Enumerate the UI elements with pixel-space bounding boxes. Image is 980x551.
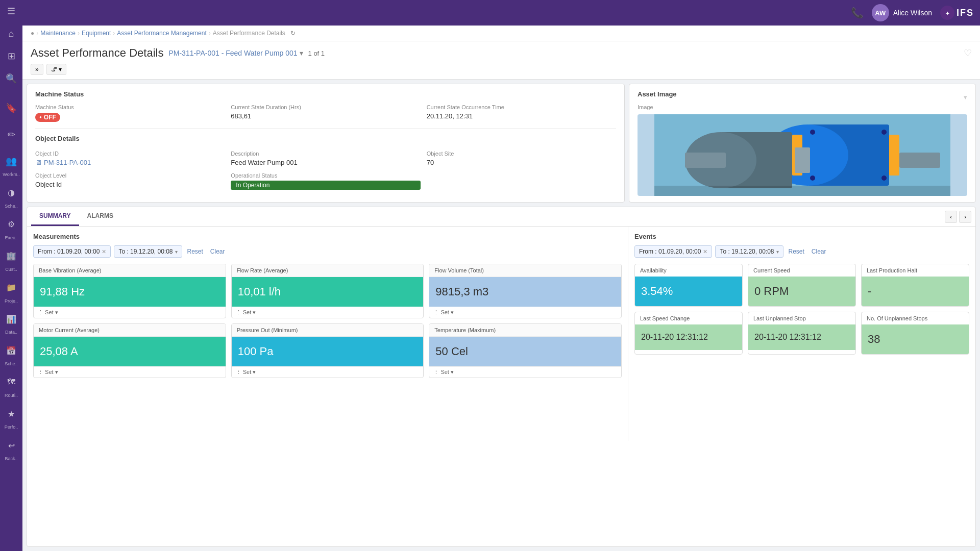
search-icon[interactable]: 🔍 (0, 67, 22, 90)
metric-set-btn-3[interactable]: ⋮ Set ▾ (38, 369, 58, 375)
expand-image-icon[interactable]: ▾ (964, 93, 967, 101)
home-icon[interactable]: ⌂ (0, 22, 22, 45)
back-label: Back.. (5, 457, 17, 462)
breadcrumb-apm[interactable]: Asset Performance Management (117, 30, 206, 37)
metric-card-footer-5: ⋮ Set ▾ (429, 366, 621, 378)
metric-card-value-3: 25,08 A (34, 337, 226, 366)
metric-set-btn-2[interactable]: ⋮ Set ▾ (433, 309, 454, 316)
sidebar-item-route[interactable]: 🗺 Routi.. (0, 369, 22, 400)
page-count: 1 of 1 (308, 49, 325, 57)
svg-rect-11 (685, 153, 726, 168)
desc-field: Description Feed Water Pump 001 (231, 151, 420, 166)
event-card-value-0: 3.54% (635, 277, 742, 306)
measurements-clear-btn[interactable]: Clear (208, 246, 227, 257)
sidebar-item-perf[interactable]: ★ Perfo.. (0, 400, 22, 432)
metric-card-value-2: 9815,3 m3 (429, 277, 621, 307)
measurements-to-chevron[interactable]: ▾ (175, 249, 178, 255)
expand-toolbar-btn[interactable]: » (31, 64, 43, 75)
object-details-grid: Object ID 🖥 PM-311-PA-001 Description Fe… (35, 151, 616, 190)
event-card-header-4: Last Unplanned Stop (748, 312, 855, 324)
sidebar-item-workm[interactable]: 👥 Workm.. (0, 148, 22, 180)
sidebar-item-data[interactable]: 📊 Data.. (0, 306, 22, 337)
metric-set-btn-0[interactable]: ⋮ Set ▾ (38, 309, 58, 316)
metric-card-footer-4: ⋮ Set ▾ (232, 366, 424, 378)
image-label: Image (638, 104, 967, 110)
events-to-chip[interactable]: To : 19.12.20, 00:08 ▾ (715, 245, 783, 258)
measurements-from-chip[interactable]: From : 01.09.20, 00:00 ✕ (33, 245, 111, 258)
events-from-chip[interactable]: From : 01.09.20, 00:00 ✕ (634, 245, 712, 258)
metric-set-btn-1[interactable]: ⋮ Set ▾ (236, 309, 256, 316)
event-card-value-2: - (862, 277, 969, 306)
event-card-1: Current Speed 0 RPM (748, 264, 856, 307)
obj-id-label: Object ID (35, 151, 225, 157)
data-nav-icon: 📊 (0, 308, 22, 330)
measurements-from-close[interactable]: ✕ (102, 248, 106, 255)
sep2: › (113, 30, 115, 37)
measurements-filter-bar: From : 01.09.20, 00:00 ✕ To : 19.12.20, … (33, 245, 622, 258)
page-title: Asset Performance Details (31, 46, 163, 60)
events-to-chevron[interactable]: ▾ (776, 249, 779, 255)
action-btn[interactable]: 🖇 ▾ (46, 64, 66, 75)
metric-card-footer-3: ⋮ Set ▾ (34, 366, 226, 378)
tab-alarms[interactable]: ALARMS (79, 207, 121, 226)
metric-set-btn-5[interactable]: ⋮ Set ▾ (433, 369, 454, 375)
main-container: 📞 AW Alice Wilson ✦ IFS ● › Maintenance … (22, 0, 980, 551)
phone-icon[interactable]: 📞 (851, 7, 864, 19)
workm-label: Workm.. (3, 172, 19, 178)
sidebar-item-exec[interactable]: ⚙ Exec.. (0, 211, 22, 243)
perf-label: Perfo.. (5, 425, 18, 430)
measurements-to-chip[interactable]: To : 19.12.20, 00:08 ▾ (114, 245, 182, 258)
sidebar-item-edit[interactable]: ✏ (0, 121, 22, 148)
tab-summary[interactable]: SUMMARY (31, 207, 79, 226)
machine-status-title: Machine Status (35, 90, 616, 98)
metric-set-btn-4[interactable]: ⋮ Set ▾ (236, 369, 256, 375)
grid-icon[interactable]: ⊞ (0, 45, 22, 67)
measurement-card-4: Pressure Out (Minimum) 100 Pa ⋮ Set ▾ (231, 323, 424, 378)
metric-card-header-3: Motor Current (Average) (34, 324, 226, 337)
measurements-to-text: To : 19.12.20, 00:08 (118, 248, 173, 255)
metric-card-value-4: 100 Pa (232, 337, 424, 366)
chevron-down-icon[interactable]: ▾ (300, 49, 303, 57)
sidebar-item-sche[interactable]: ◑ Sche.. (0, 180, 22, 211)
divider1 (35, 128, 616, 129)
refresh-icon[interactable]: ↻ (290, 30, 296, 37)
event-card-header-1: Current Speed (748, 264, 855, 277)
events-clear-btn[interactable]: Clear (810, 246, 828, 257)
obj-id-value[interactable]: 🖥 PM-311-PA-001 (35, 159, 225, 166)
cust-label: Cust.. (5, 267, 17, 272)
events-filter-bar: From : 01.09.20, 00:00 ✕ To : 19.12.20, … (634, 245, 969, 258)
svg-point-15 (810, 130, 815, 135)
heart-icon[interactable]: ♡ (964, 47, 972, 59)
obj-id-icon: 🖥 (35, 159, 42, 166)
desc-value: Feed Water Pump 001 (231, 159, 420, 166)
events-from-close[interactable]: ✕ (703, 248, 707, 255)
sidebar-item-bookmark[interactable]: 🔖 (0, 95, 22, 121)
site-value: 70 (427, 159, 616, 166)
machine-status-grid: Machine Status OFF Current State Duratio… (35, 104, 616, 122)
sche-label: Sche.. (5, 204, 18, 209)
ifs-label: IFS (957, 8, 974, 18)
sidebar-item-back[interactable]: ↩ Back.. (0, 432, 22, 464)
page-header: Asset Performance Details PM-311-PA-001 … (22, 41, 980, 80)
events-panel: Events From : 01.09.20, 00:00 ✕ To : 19.… (628, 227, 975, 441)
metric-card-header-4: Pressure Out (Minimum) (232, 324, 424, 337)
page-asset-id: PM-311-PA-001 - Feed Water Pump 001 ▾ (168, 49, 303, 57)
obj-id-text: PM-311-PA-001 (44, 159, 91, 166)
event-card-header-3: Last Speed Change (635, 312, 742, 324)
breadcrumb-equipment[interactable]: Equipment (82, 30, 111, 37)
sidebar-item-project[interactable]: 📁 Proje.. (0, 274, 22, 306)
main-body: Machine Status Machine Status OFF Curren… (22, 80, 980, 551)
nav-prev-btn[interactable]: ‹ (945, 211, 957, 223)
sidebar-item-cust[interactable]: 🏢 Cust.. (0, 243, 22, 274)
svg-rect-7 (889, 135, 899, 176)
menu-icon[interactable]: ☰ (0, 0, 22, 22)
site-label: Object Site (427, 151, 616, 157)
sidebar-item-schedule2[interactable]: 📅 Sche.. (0, 337, 22, 369)
status-off-text: OFF (44, 114, 56, 121)
data-label: Data.. (5, 330, 17, 335)
nav-next-btn[interactable]: › (959, 211, 971, 223)
breadcrumb-maintenance[interactable]: Maintenance (40, 30, 76, 37)
measurements-reset-btn[interactable]: Reset (185, 246, 205, 257)
events-reset-btn[interactable]: Reset (787, 246, 806, 257)
clock-nav-icon: ◑ (0, 182, 22, 204)
